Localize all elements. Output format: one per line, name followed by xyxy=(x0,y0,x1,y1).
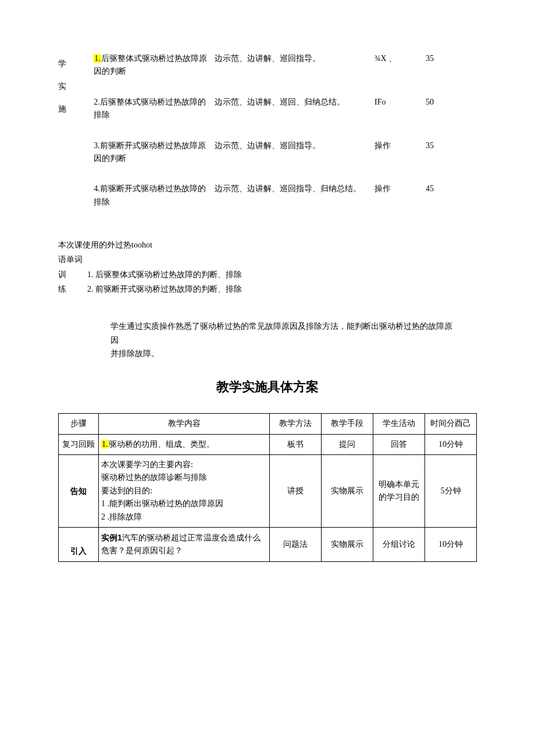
th-content: 教学内容 xyxy=(99,414,270,434)
vlabel-ch-xue: 学 xyxy=(58,52,70,75)
cell-means: 提问 xyxy=(322,434,373,454)
content-line: 1 .能判断出驱动桥过热的故障原因 xyxy=(101,497,267,510)
vlabel-ch-shi: 实 xyxy=(58,75,70,98)
cell-content: 实例1汽车的驱动桥超过正常温度会造成什么危害？是何原因引起？ xyxy=(99,528,270,562)
train-label-1: 训 xyxy=(58,267,87,282)
cell-content: 本次课要学习的主要内容: 驱动桥过热的故障诊断与排除 要达到的目的: 1 .能判… xyxy=(99,455,270,528)
table-row: 告知 本次课要学习的主要内容: 驱动桥过热的故障诊断与排除 要达到的目的: 1 … xyxy=(59,455,477,528)
cell-activity: 分组讨论 xyxy=(373,528,425,562)
train-label-2: 练 xyxy=(58,282,87,296)
th-activity: 学生活动 xyxy=(373,414,425,434)
content-line: 本次课要学习的主要内容: xyxy=(101,458,267,471)
cell-time: 5分钟 xyxy=(425,455,477,528)
vertical-label: 学 实 施 xyxy=(58,52,70,121)
upper-row-method: 边示范、边讲解、巡回指导、归纳总结。 xyxy=(215,182,374,226)
cell-means: 实物展示 xyxy=(322,528,373,562)
cell-step: 引入 xyxy=(59,528,99,562)
cell-content-text: 汽车的驱动桥超过正常温度会造成什么危害？是何原因引起？ xyxy=(101,533,261,555)
upper-row-item: 操作 xyxy=(374,182,426,226)
upper-row-time: 45 xyxy=(426,182,477,226)
cell-content: 1.驱动桥的功用、组成、类型。 xyxy=(99,434,270,454)
upper-row-0-text: 后驱整体式驱动桥过热故障原因的判断 xyxy=(94,54,207,76)
summary-block: 学生通过实质操作熟悉了驱动桥过热的常见故障原因及排除方法，能判断出驱动桥过热的故… xyxy=(110,320,454,361)
table-row: 复习回顾 1.驱动桥的功用、组成、类型。 板书 提问 回答 10分钟 xyxy=(59,434,477,454)
example-label: 实例1 xyxy=(101,533,122,542)
content-line: 要达到的目的: xyxy=(101,485,267,497)
plan-table: 步骤 教学内容 教学方法 教学手段 学生活动 时间分酉己 复习回顾 1.驱动桥的… xyxy=(58,413,477,562)
cell-method: 讲授 xyxy=(270,455,322,528)
summary-p2: 并排除故障。 xyxy=(110,347,454,361)
upper-row-content: 4.前驱断开式驱动桥过热故障的排除 xyxy=(94,182,215,226)
highlight-num-1: 1. xyxy=(94,54,101,63)
upper-row-item: ¾X 、 xyxy=(374,52,426,96)
cell-content-text: 驱动桥的功用、组成、类型。 xyxy=(109,440,215,449)
content-line: 2 .排除故障 xyxy=(101,511,267,524)
cell-method: 问题法 xyxy=(270,528,322,562)
cell-time: 10分钟 xyxy=(425,528,477,562)
upper-row-method: 边示范、边讲解、巡回指导。 xyxy=(215,139,374,183)
upper-row-time: 50 xyxy=(426,96,477,139)
vocab-line-1: 本次课使用的外过热toohot xyxy=(58,238,477,252)
cell-step: 复习回顾 xyxy=(59,434,99,454)
upper-row-method: 边示范、边讲解、巡回、归纳总结。 xyxy=(215,96,374,139)
upper-row-content: 1.后驱整体式驱动桥过热故障原因的判断 xyxy=(94,52,215,96)
cell-method: 板书 xyxy=(270,434,322,454)
content-line: 驱动桥过热的故障诊断与排除 xyxy=(101,471,267,484)
upper-row-item: 操作 xyxy=(374,139,426,183)
plan-header-row: 步骤 教学内容 教学方法 教学手段 学生活动 时间分酉己 xyxy=(59,414,477,434)
upper-row-content: 3.前驱断开式驱动桥过热故障原因的判断 xyxy=(94,139,215,183)
upper-table: 1.后驱整体式驱动桥过热故障原因的判断 边示范、边讲解、巡回指导。 ¾X 、 3… xyxy=(58,52,477,226)
vocab-block: 本次课使用的外过热toohot 语单词 训 1. 后驱整体式驱动桥过热故障的判断… xyxy=(58,238,477,296)
plan-title: 教学实施具体方案 xyxy=(58,378,477,396)
th-method: 教学方法 xyxy=(270,414,322,434)
highlight-num: 1. xyxy=(101,440,109,449)
vocab-line-2: 语单词 xyxy=(58,252,477,267)
upper-row-time: 35 xyxy=(426,139,477,183)
summary-p1: 学生通过实质操作熟悉了驱动桥过热的常见故障原因及排除方法，能判断出驱动桥过热的故… xyxy=(110,320,454,347)
train-line-1: 1. 后驱整体式驱动桥过热故障的判断、排除 xyxy=(87,267,477,282)
vlabel-ch-shi2: 施 xyxy=(58,98,70,120)
th-step: 步骤 xyxy=(59,414,99,434)
upper-row-item: IFo xyxy=(374,96,426,139)
table-row: 引入 实例1汽车的驱动桥超过正常温度会造成什么危害？是何原因引起？ 问题法 实物… xyxy=(59,528,477,562)
cell-step: 告知 xyxy=(59,455,99,528)
cell-activity: 明确本单元的学习目的 xyxy=(373,455,425,528)
upper-row-time: 35 xyxy=(426,52,477,96)
th-time: 时间分酉己 xyxy=(425,414,477,434)
train-line-2: 2. 前驱断开式驱动桥过热故障的判断、排除 xyxy=(87,282,477,296)
upper-row-method: 边示范、边讲解、巡回指导。 xyxy=(215,52,374,96)
upper-row-content: 2.后驱整体式驱动桥过热故障的排除 xyxy=(94,96,215,139)
cell-time: 10分钟 xyxy=(425,434,477,454)
cell-means: 实物展示 xyxy=(322,455,373,528)
th-means: 教学手段 xyxy=(322,414,373,434)
cell-activity: 回答 xyxy=(373,434,425,454)
